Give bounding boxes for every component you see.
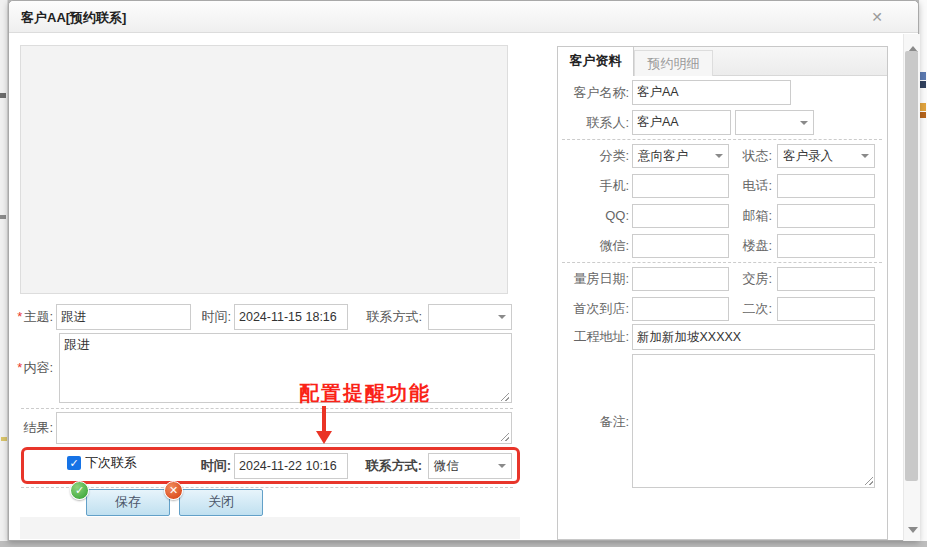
required-mark: * xyxy=(17,309,22,324)
scrollbar-thumb[interactable] xyxy=(905,51,918,481)
category-label: 分类: xyxy=(560,144,629,168)
section-divider xyxy=(21,487,513,488)
section-divider xyxy=(21,408,513,409)
building-label: 楼盘: xyxy=(718,234,772,258)
category-select[interactable]: 意向客户 xyxy=(632,144,729,168)
background-fragment xyxy=(920,103,926,111)
customer-name-input[interactable] xyxy=(632,80,791,105)
building-input[interactable] xyxy=(777,234,875,258)
required-mark: * xyxy=(17,360,22,375)
tab-appointment-detail[interactable]: 预约明细 xyxy=(634,50,713,76)
first-visit-input[interactable] xyxy=(632,297,729,321)
close-icon[interactable]: ✕ xyxy=(867,7,887,27)
save-button[interactable]: 保存 xyxy=(86,489,170,516)
subject-label: *主题: xyxy=(13,304,53,330)
record-list-area xyxy=(20,45,508,294)
phone-input[interactable] xyxy=(777,174,875,198)
background-fragment xyxy=(1,437,7,441)
delivery-input[interactable] xyxy=(777,267,875,291)
dropdown-arrow-icon xyxy=(498,464,506,472)
wechat-input[interactable] xyxy=(632,234,729,258)
close-button[interactable]: 关闭 xyxy=(179,489,263,516)
scroll-down-icon[interactable] xyxy=(908,527,918,538)
left-footer-area xyxy=(20,517,520,539)
qq-input[interactable] xyxy=(632,204,729,228)
status-value: 客户录入 xyxy=(783,149,833,163)
contact-person-label: 联系人: xyxy=(560,110,629,135)
page-background-left xyxy=(0,0,8,541)
customer-info-panel: 客户资料 预约明细 客户名称: 联系人: 分类: 意向客户 状态: 客户录入 手… xyxy=(557,46,888,540)
wechat-label: 微信: xyxy=(560,234,629,258)
dialog-titlebar: 客户AA[预约联系] ✕ xyxy=(9,1,918,33)
measure-date-label: 量房日期: xyxy=(560,267,629,291)
email-label: 邮箱: xyxy=(718,204,772,228)
content-label: *内容: xyxy=(13,355,53,381)
tab-customer-info[interactable]: 客户资料 xyxy=(558,47,634,76)
next-contact-method-value: 微信 xyxy=(434,459,459,473)
page-background-bottom xyxy=(0,541,927,547)
measure-date-input[interactable] xyxy=(632,267,729,291)
dialog-title: 客户AA[预约联系] xyxy=(21,9,126,27)
next-contact-label: 下次联系 xyxy=(85,450,155,476)
background-fragment xyxy=(920,72,926,80)
next-contact-method-label: 联系方式: xyxy=(337,453,422,479)
mobile-label: 手机: xyxy=(560,174,629,198)
background-fragment xyxy=(0,215,6,219)
project-address-input[interactable] xyxy=(632,324,875,350)
next-contact-checkbox[interactable]: ✓ xyxy=(67,456,81,470)
second-visit-label: 二次: xyxy=(718,297,772,321)
result-label: 结果: xyxy=(15,415,53,441)
phone-label: 电话: xyxy=(718,174,772,198)
next-time-label: 时间: xyxy=(177,453,231,479)
section-divider xyxy=(562,262,882,263)
email-input[interactable] xyxy=(777,204,875,228)
background-fragment xyxy=(920,81,926,88)
qq-label: QQ: xyxy=(560,204,629,228)
status-select[interactable]: 客户录入 xyxy=(777,144,875,168)
annotation-text: 配置提醒功能 xyxy=(299,380,431,407)
remark-label: 备注: xyxy=(560,410,629,434)
page-background-right xyxy=(919,0,927,541)
dropdown-arrow-icon xyxy=(498,315,506,323)
annotation-arrow xyxy=(322,406,326,432)
annotation-arrow-head xyxy=(316,431,332,444)
customer-name-label: 客户名称: xyxy=(560,80,629,105)
background-fragment xyxy=(0,93,6,98)
mobile-input[interactable] xyxy=(632,174,729,198)
dropdown-arrow-icon xyxy=(800,121,808,129)
dropdown-arrow-icon xyxy=(861,154,869,162)
result-textarea[interactable] xyxy=(56,412,512,444)
contact-method-select[interactable] xyxy=(428,304,512,330)
background-fragment xyxy=(920,112,926,118)
content-textarea[interactable]: 跟进 xyxy=(59,333,512,403)
time-input[interactable] xyxy=(234,304,348,330)
second-visit-input[interactable] xyxy=(777,297,875,321)
first-visit-label: 首次到店: xyxy=(560,297,629,321)
next-time-input[interactable] xyxy=(234,453,348,479)
appointment-contact-dialog: 客户AA[预约联系] ✕ *主题: 时间: 联系方式: *内容: 跟进 结果: … xyxy=(8,0,919,541)
next-contact-method-select[interactable]: 微信 xyxy=(428,453,512,479)
category-value: 意向客户 xyxy=(638,149,688,163)
status-label: 状态: xyxy=(718,144,772,168)
project-address-label: 工程地址: xyxy=(560,324,629,350)
close-x-icon: ✕ xyxy=(164,481,183,500)
remark-textarea[interactable] xyxy=(632,354,875,488)
contact-person-select[interactable] xyxy=(735,110,814,135)
delivery-label: 交房: xyxy=(718,267,772,291)
save-check-icon: ✓ xyxy=(70,481,89,500)
time-label: 时间: xyxy=(177,304,231,330)
section-divider xyxy=(562,139,882,140)
contact-person-input[interactable] xyxy=(632,110,731,135)
contact-method-label: 联系方式: xyxy=(337,304,422,330)
subject-input[interactable] xyxy=(56,304,191,330)
